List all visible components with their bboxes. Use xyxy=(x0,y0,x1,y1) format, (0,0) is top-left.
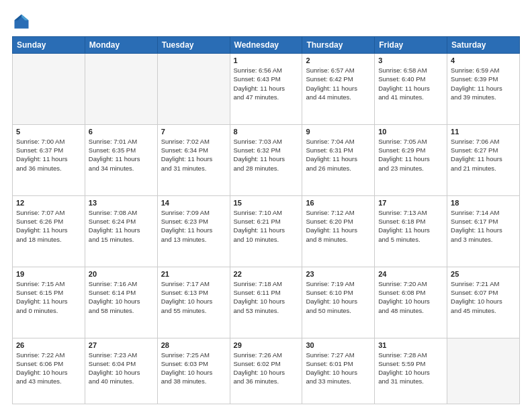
calendar-cell: 20Sunrise: 7:16 AM Sunset: 6:14 PM Dayli… xyxy=(85,267,157,338)
calendar-header-sunday: Sunday xyxy=(13,37,85,54)
calendar-cell xyxy=(157,54,230,125)
calendar-week-4: 19Sunrise: 7:15 AM Sunset: 6:15 PM Dayli… xyxy=(13,267,520,338)
page: SundayMondayTuesdayWednesdayThursdayFrid… xyxy=(0,0,532,411)
day-info: Sunrise: 6:58 AM Sunset: 6:40 PM Dayligh… xyxy=(378,66,443,101)
day-number: 26 xyxy=(16,341,81,349)
calendar-cell: 2Sunrise: 6:57 AM Sunset: 6:42 PM Daylig… xyxy=(302,54,375,125)
day-number: 2 xyxy=(306,56,371,64)
day-number: 21 xyxy=(161,270,226,278)
day-info: Sunrise: 7:04 AM Sunset: 6:31 PM Dayligh… xyxy=(306,137,371,173)
day-number: 25 xyxy=(451,270,516,278)
day-info: Sunrise: 6:56 AM Sunset: 6:43 PM Dayligh… xyxy=(234,66,299,101)
day-info: Sunrise: 7:21 AM Sunset: 6:07 PM Dayligh… xyxy=(451,279,516,315)
day-number: 29 xyxy=(234,341,299,349)
calendar-cell: 19Sunrise: 7:15 AM Sunset: 6:15 PM Dayli… xyxy=(13,267,85,338)
calendar-cell: 14Sunrise: 7:09 AM Sunset: 6:23 PM Dayli… xyxy=(157,195,230,267)
day-info: Sunrise: 7:28 AM Sunset: 5:59 PM Dayligh… xyxy=(378,351,443,386)
calendar-cell: 30Sunrise: 7:27 AM Sunset: 6:01 PM Dayli… xyxy=(302,338,375,404)
day-info: Sunrise: 7:16 AM Sunset: 6:14 PM Dayligh… xyxy=(89,279,154,315)
calendar-cell: 22Sunrise: 7:18 AM Sunset: 6:11 PM Dayli… xyxy=(230,267,302,338)
day-info: Sunrise: 7:08 AM Sunset: 6:24 PM Dayligh… xyxy=(89,208,154,244)
calendar-cell: 16Sunrise: 7:12 AM Sunset: 6:20 PM Dayli… xyxy=(302,195,375,267)
calendar-cell: 15Sunrise: 7:10 AM Sunset: 6:21 PM Dayli… xyxy=(230,195,302,267)
day-number: 6 xyxy=(89,128,154,136)
day-number: 1 xyxy=(234,56,299,64)
calendar-week-3: 12Sunrise: 7:07 AM Sunset: 6:26 PM Dayli… xyxy=(13,195,520,267)
logo xyxy=(12,12,34,31)
day-number: 3 xyxy=(378,56,443,64)
calendar-cell: 4Sunrise: 6:59 AM Sunset: 6:39 PM Daylig… xyxy=(447,54,520,125)
day-info: Sunrise: 7:02 AM Sunset: 6:34 PM Dayligh… xyxy=(161,137,226,173)
day-number: 18 xyxy=(451,199,516,207)
day-info: Sunrise: 7:05 AM Sunset: 6:29 PM Dayligh… xyxy=(378,137,443,173)
day-number: 19 xyxy=(16,270,81,278)
calendar-cell: 3Sunrise: 6:58 AM Sunset: 6:40 PM Daylig… xyxy=(375,54,447,125)
day-info: Sunrise: 7:18 AM Sunset: 6:11 PM Dayligh… xyxy=(234,279,299,315)
day-info: Sunrise: 7:00 AM Sunset: 6:37 PM Dayligh… xyxy=(16,137,81,173)
day-info: Sunrise: 7:19 AM Sunset: 6:10 PM Dayligh… xyxy=(306,279,371,315)
day-number: 7 xyxy=(161,128,226,136)
calendar-cell: 24Sunrise: 7:20 AM Sunset: 6:08 PM Dayli… xyxy=(375,267,447,338)
day-number: 30 xyxy=(306,341,371,349)
calendar-week-1: 1Sunrise: 6:56 AM Sunset: 6:43 PM Daylig… xyxy=(13,54,520,125)
day-info: Sunrise: 7:07 AM Sunset: 6:26 PM Dayligh… xyxy=(16,208,81,244)
day-info: Sunrise: 7:25 AM Sunset: 6:03 PM Dayligh… xyxy=(161,351,226,386)
day-info: Sunrise: 7:20 AM Sunset: 6:08 PM Dayligh… xyxy=(378,279,443,315)
calendar-cell xyxy=(85,54,157,125)
day-number: 20 xyxy=(89,270,154,278)
day-number: 14 xyxy=(161,199,226,207)
day-info: Sunrise: 7:10 AM Sunset: 6:21 PM Dayligh… xyxy=(234,208,299,244)
day-info: Sunrise: 7:23 AM Sunset: 6:04 PM Dayligh… xyxy=(89,351,154,386)
calendar-cell: 26Sunrise: 7:22 AM Sunset: 6:06 PM Dayli… xyxy=(13,338,85,404)
day-number: 15 xyxy=(234,199,299,207)
calendar-cell: 11Sunrise: 7:06 AM Sunset: 6:27 PM Dayli… xyxy=(447,124,520,195)
day-info: Sunrise: 7:03 AM Sunset: 6:32 PM Dayligh… xyxy=(234,137,299,173)
day-number: 31 xyxy=(378,341,443,349)
calendar-cell: 7Sunrise: 7:02 AM Sunset: 6:34 PM Daylig… xyxy=(157,124,230,195)
day-info: Sunrise: 7:26 AM Sunset: 6:02 PM Dayligh… xyxy=(234,351,299,386)
calendar-cell: 1Sunrise: 6:56 AM Sunset: 6:43 PM Daylig… xyxy=(230,54,302,125)
day-number: 24 xyxy=(378,270,443,278)
day-number: 13 xyxy=(89,199,154,207)
day-info: Sunrise: 7:17 AM Sunset: 6:13 PM Dayligh… xyxy=(161,279,226,315)
day-info: Sunrise: 7:06 AM Sunset: 6:27 PM Dayligh… xyxy=(451,137,516,173)
day-info: Sunrise: 7:15 AM Sunset: 6:15 PM Dayligh… xyxy=(16,279,81,315)
calendar-header-row: SundayMondayTuesdayWednesdayThursdayFrid… xyxy=(13,37,520,54)
calendar-header-thursday: Thursday xyxy=(302,37,375,54)
calendar-cell: 5Sunrise: 7:00 AM Sunset: 6:37 PM Daylig… xyxy=(13,124,85,195)
calendar-header-monday: Monday xyxy=(85,37,157,54)
day-info: Sunrise: 7:01 AM Sunset: 6:35 PM Dayligh… xyxy=(89,137,154,173)
calendar-cell: 10Sunrise: 7:05 AM Sunset: 6:29 PM Dayli… xyxy=(375,124,447,195)
calendar-cell: 6Sunrise: 7:01 AM Sunset: 6:35 PM Daylig… xyxy=(85,124,157,195)
day-info: Sunrise: 7:12 AM Sunset: 6:20 PM Dayligh… xyxy=(306,208,371,244)
calendar-cell: 27Sunrise: 7:23 AM Sunset: 6:04 PM Dayli… xyxy=(85,338,157,404)
day-number: 22 xyxy=(234,270,299,278)
calendar-cell: 13Sunrise: 7:08 AM Sunset: 6:24 PM Dayli… xyxy=(85,195,157,267)
day-info: Sunrise: 7:27 AM Sunset: 6:01 PM Dayligh… xyxy=(306,351,371,386)
calendar-cell: 25Sunrise: 7:21 AM Sunset: 6:07 PM Dayli… xyxy=(447,267,520,338)
day-number: 10 xyxy=(378,128,443,136)
day-number: 27 xyxy=(89,341,154,349)
calendar-header-saturday: Saturday xyxy=(447,37,520,54)
day-number: 28 xyxy=(161,341,226,349)
calendar-header-tuesday: Tuesday xyxy=(157,37,230,54)
calendar-cell: 21Sunrise: 7:17 AM Sunset: 6:13 PM Dayli… xyxy=(157,267,230,338)
calendar-cell: 29Sunrise: 7:26 AM Sunset: 6:02 PM Dayli… xyxy=(230,338,302,404)
calendar-week-2: 5Sunrise: 7:00 AM Sunset: 6:37 PM Daylig… xyxy=(13,124,520,195)
calendar-cell: 17Sunrise: 7:13 AM Sunset: 6:18 PM Dayli… xyxy=(375,195,447,267)
day-number: 4 xyxy=(451,56,516,64)
day-info: Sunrise: 7:13 AM Sunset: 6:18 PM Dayligh… xyxy=(378,208,443,244)
day-number: 23 xyxy=(306,270,371,278)
day-info: Sunrise: 7:09 AM Sunset: 6:23 PM Dayligh… xyxy=(161,208,226,244)
day-info: Sunrise: 6:59 AM Sunset: 6:39 PM Dayligh… xyxy=(451,66,516,101)
calendar-cell xyxy=(13,54,85,125)
day-number: 11 xyxy=(451,128,516,136)
calendar-cell: 28Sunrise: 7:25 AM Sunset: 6:03 PM Dayli… xyxy=(157,338,230,404)
day-number: 5 xyxy=(16,128,81,136)
day-number: 8 xyxy=(234,128,299,136)
calendar-cell: 31Sunrise: 7:28 AM Sunset: 5:59 PM Dayli… xyxy=(375,338,447,404)
day-info: Sunrise: 7:14 AM Sunset: 6:17 PM Dayligh… xyxy=(451,208,516,244)
day-number: 16 xyxy=(306,199,371,207)
calendar-cell xyxy=(447,338,520,404)
day-info: Sunrise: 6:57 AM Sunset: 6:42 PM Dayligh… xyxy=(306,66,371,101)
